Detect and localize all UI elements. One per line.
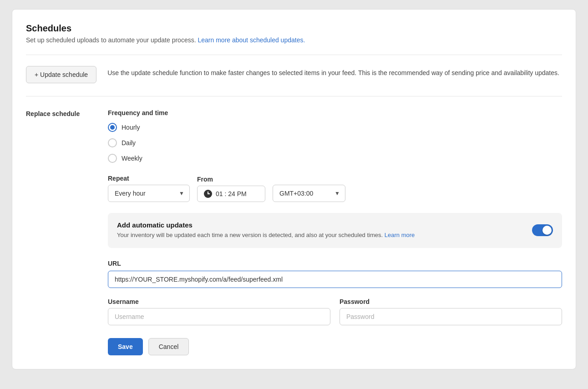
radio-weekly[interactable]: Weekly <box>108 154 562 163</box>
url-label: URL <box>108 260 562 267</box>
username-field-group: Username <box>108 298 330 325</box>
learn-more-link[interactable]: Learn more about scheduled updates. <box>198 36 305 44</box>
url-input[interactable] <box>108 271 562 288</box>
radio-label-hourly: Hourly <box>122 124 140 131</box>
auto-updates-toggle[interactable] <box>532 224 553 236</box>
radio-label-daily: Daily <box>122 139 136 147</box>
toggle-track <box>532 224 553 236</box>
radio-daily[interactable]: Daily <box>108 138 562 147</box>
update-schedule-row: + Update schedule Use the update schedul… <box>26 66 562 83</box>
repeat-field-group: Repeat Every hour Every 2 hours Every 4 … <box>108 175 190 202</box>
time-input-wrapper[interactable]: 01 : 24 PM <box>197 186 265 202</box>
from-label: From <box>197 176 265 183</box>
header-divider <box>26 55 562 55</box>
auto-updates-title: Add automatic updates <box>117 221 523 229</box>
save-button[interactable]: Save <box>108 338 143 355</box>
radio-label-weekly: Weekly <box>122 155 142 162</box>
repeat-label: Repeat <box>108 175 190 182</box>
radio-circle-hourly <box>108 123 117 132</box>
update-schedule-button[interactable]: + Update schedule <box>26 66 96 83</box>
url-section: URL <box>108 260 562 288</box>
section-divider <box>26 96 562 96</box>
username-label: Username <box>108 298 330 305</box>
schedules-card: Schedules Set up scheduled uploads to au… <box>12 9 576 369</box>
password-input[interactable] <box>340 308 562 325</box>
repeat-select[interactable]: Every hour Every 2 hours Every 4 hours E… <box>108 185 190 202</box>
replace-schedule-section: Replace schedule Frequency and time Hour… <box>26 109 562 355</box>
page-title: Schedules <box>26 23 562 34</box>
from-field-group: From 01 : 24 PM <box>197 176 265 202</box>
timezone-select-wrapper: GMT+03:00 GMT+00:00 GMT-05:00 GMT+01:00 … <box>273 185 345 202</box>
cancel-button[interactable]: Cancel <box>148 338 189 355</box>
password-label: Password <box>340 298 562 305</box>
repeat-from-row: Repeat Every hour Every 2 hours Every 4 … <box>108 174 562 202</box>
frequency-radio-group: Hourly Daily Weekly <box>108 123 562 163</box>
auto-updates-description: Your inventory will be updated each time… <box>117 231 523 240</box>
subtitle-text: Set up scheduled uploads to automate you… <box>26 36 196 44</box>
action-buttons: Save Cancel <box>108 338 562 355</box>
radio-circle-weekly <box>108 154 117 163</box>
timezone-field-group: GMT+03:00 GMT+00:00 GMT-05:00 GMT+01:00 … <box>273 174 345 202</box>
replace-schedule-label: Replace schedule <box>26 109 90 355</box>
auto-updates-box: Add automatic updates Your inventory wil… <box>108 213 562 248</box>
username-input[interactable] <box>108 308 330 325</box>
radio-circle-daily <box>108 138 117 147</box>
page-subtitle: Set up scheduled uploads to automate you… <box>26 36 562 44</box>
auto-updates-learn-more-link[interactable]: Learn more <box>385 232 415 238</box>
form-section: Frequency and time Hourly Daily Weekly <box>108 109 562 355</box>
radio-hourly[interactable]: Hourly <box>108 123 562 132</box>
repeat-select-wrapper: Every hour Every 2 hours Every 4 hours E… <box>108 185 190 202</box>
credentials-row: Username Password <box>108 298 562 325</box>
frequency-label: Frequency and time <box>108 109 562 116</box>
page-header: Schedules Set up scheduled uploads to au… <box>26 23 562 44</box>
auto-updates-desc-text: Your inventory will be updated each time… <box>117 232 383 238</box>
auto-updates-content: Add automatic updates Your inventory wil… <box>117 221 523 240</box>
timezone-select[interactable]: GMT+03:00 GMT+00:00 GMT-05:00 GMT+01:00 … <box>273 185 345 202</box>
update-schedule-description: Use the update schedule function to make… <box>107 66 559 78</box>
clock-icon <box>204 190 212 198</box>
toggle-thumb <box>542 226 552 235</box>
password-field-group: Password <box>340 298 562 325</box>
time-value: 01 : 24 PM <box>216 190 247 197</box>
